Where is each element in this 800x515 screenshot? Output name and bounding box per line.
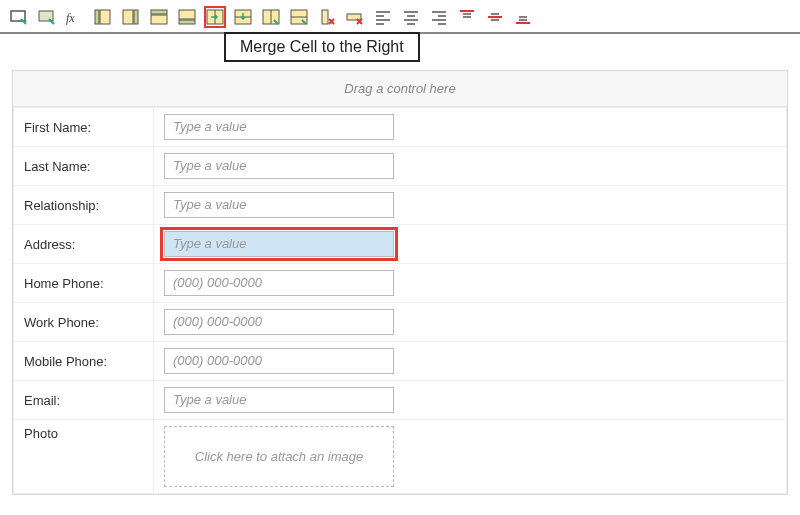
valign-middle-icon[interactable] (484, 6, 506, 28)
address-field[interactable]: Type a value (164, 231, 394, 257)
align-left-icon[interactable] (372, 6, 394, 28)
photo-cell[interactable]: Click here to attach an image (154, 420, 787, 494)
table-row: Email:Type a value (14, 381, 787, 420)
home-phone-field-cell[interactable]: (000) 000-0000 (154, 264, 787, 303)
address-field-label: Address: (14, 225, 154, 264)
work-phone-field[interactable]: (000) 000-0000 (164, 309, 394, 335)
photo-label: Photo (14, 420, 154, 494)
table-row: Home Phone:(000) 000-0000 (14, 264, 787, 303)
svg-rect-20 (347, 14, 361, 20)
delete-row-icon[interactable] (344, 6, 366, 28)
first-name-field[interactable]: Type a value (164, 114, 394, 140)
email-field-label: Email: (14, 381, 154, 420)
insert-field-icon[interactable] (8, 6, 30, 28)
svg-rect-9 (179, 10, 195, 19)
merge-right-icon[interactable] (204, 6, 226, 28)
last-name-field-cell[interactable]: Type a value (154, 147, 787, 186)
valign-bottom-icon[interactable] (512, 6, 534, 28)
first-name-field-label: First Name: (14, 108, 154, 147)
align-center-icon[interactable] (400, 6, 422, 28)
last-name-field[interactable]: Type a value (164, 153, 394, 179)
photo-drop-zone[interactable]: Click here to attach an image (164, 426, 394, 487)
relationship-field-label: Relationship: (14, 186, 154, 225)
address-field-cell[interactable]: Type a value (154, 225, 787, 264)
svg-text:fx: fx (66, 11, 75, 25)
table-row: Last Name:Type a value (14, 147, 787, 186)
mobile-phone-field-label: Mobile Phone: (14, 342, 154, 381)
table-row: Mobile Phone:(000) 000-0000 (14, 342, 787, 381)
merge-right-tooltip: Merge Cell to the Right (224, 32, 420, 62)
table-row: PhotoClick here to attach an image (14, 420, 787, 494)
table-row: Address:Type a value (14, 225, 787, 264)
email-field-cell[interactable]: Type a value (154, 381, 787, 420)
insert-column-left-icon[interactable] (92, 6, 114, 28)
relationship-field[interactable]: Type a value (164, 192, 394, 218)
mobile-phone-field[interactable]: (000) 000-0000 (164, 348, 394, 374)
svg-rect-10 (179, 20, 195, 24)
align-right-icon[interactable] (428, 6, 450, 28)
form-canvas: Drag a control here First Name:Type a va… (12, 70, 788, 495)
home-phone-field[interactable]: (000) 000-0000 (164, 270, 394, 296)
email-field[interactable]: Type a value (164, 387, 394, 413)
svg-rect-4 (95, 10, 99, 24)
table-row: Work Phone:(000) 000-0000 (14, 303, 787, 342)
delete-column-icon[interactable] (316, 6, 338, 28)
merge-down-icon[interactable] (232, 6, 254, 28)
mobile-phone-field-cell[interactable]: (000) 000-0000 (154, 342, 787, 381)
split-vertical-icon[interactable] (288, 6, 310, 28)
work-phone-field-cell[interactable]: (000) 000-0000 (154, 303, 787, 342)
insert-control-icon[interactable] (36, 6, 58, 28)
insert-row-above-icon[interactable] (148, 6, 170, 28)
svg-rect-19 (322, 10, 328, 24)
relationship-field-cell[interactable]: Type a value (154, 186, 787, 225)
drop-zone-top[interactable]: Drag a control here (13, 71, 787, 107)
work-phone-field-label: Work Phone: (14, 303, 154, 342)
home-phone-field-label: Home Phone: (14, 264, 154, 303)
formula-toolbar: fx (0, 0, 800, 34)
svg-rect-7 (151, 15, 167, 24)
valign-top-icon[interactable] (456, 6, 478, 28)
insert-column-right-icon[interactable] (120, 6, 142, 28)
formula-icon[interactable]: fx (64, 6, 86, 28)
svg-rect-6 (134, 10, 138, 24)
svg-rect-3 (100, 10, 110, 24)
table-row: Relationship:Type a value (14, 186, 787, 225)
first-name-field-cell[interactable]: Type a value (154, 108, 787, 147)
split-horizontal-icon[interactable] (260, 6, 282, 28)
svg-rect-5 (123, 10, 133, 24)
table-row: First Name:Type a value (14, 108, 787, 147)
form-layout-table: First Name:Type a valueLast Name:Type a … (13, 107, 787, 494)
insert-row-below-icon[interactable] (176, 6, 198, 28)
svg-rect-8 (151, 10, 167, 14)
last-name-field-label: Last Name: (14, 147, 154, 186)
